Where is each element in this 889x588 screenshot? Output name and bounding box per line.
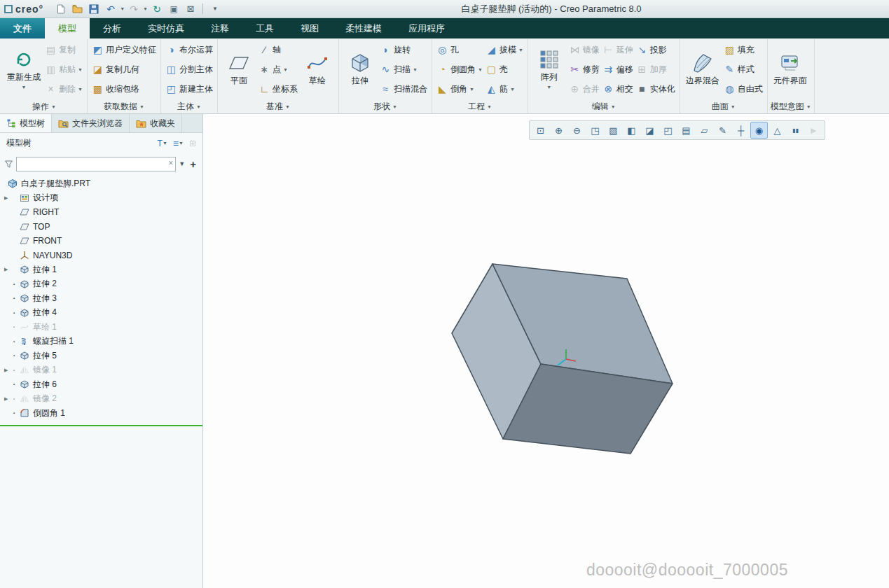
chevron-down-icon[interactable]: ▼ bbox=[163, 141, 167, 146]
solidify-button[interactable]: ■实体化 bbox=[635, 79, 677, 99]
tab-file[interactable]: 文件 bbox=[0, 18, 45, 38]
sketch-button[interactable]: 草绘 bbox=[299, 40, 336, 99]
close-window-button[interactable]: ⊠ bbox=[183, 2, 198, 16]
split-body-button[interactable]: ◫分割主体 bbox=[164, 59, 214, 79]
new-file-button[interactable] bbox=[53, 2, 68, 16]
display-style-button[interactable]: ◧ bbox=[623, 122, 640, 139]
extend-button[interactable]: ⊢延伸 bbox=[601, 40, 635, 59]
pause-button[interactable]: ▮▮ bbox=[787, 122, 804, 139]
chevron-down-icon[interactable]: ▼ bbox=[22, 85, 27, 90]
regenerate-button[interactable]: 重新生成▼ bbox=[4, 40, 43, 99]
step-button[interactable]: ▶ bbox=[805, 122, 822, 139]
spin-center-button[interactable]: ┼ bbox=[732, 122, 750, 139]
tab-flexible-modeling[interactable]: 柔性建模 bbox=[332, 18, 395, 38]
revolve-button[interactable]: ◗旋转 bbox=[378, 40, 429, 59]
tree-item[interactable]: ▪拉伸 4 bbox=[0, 306, 202, 321]
udf-button[interactable]: ◩用户定义特征 bbox=[90, 40, 158, 59]
pattern-button[interactable]: 阵列▼ bbox=[531, 40, 567, 99]
group-operations-footer[interactable]: 操作▼ bbox=[4, 100, 84, 113]
tree-item[interactable]: ▪倒圆角 1 bbox=[0, 406, 202, 421]
refit-button[interactable]: ◳ bbox=[586, 122, 604, 139]
project-button[interactable]: ↘投影 bbox=[635, 40, 677, 59]
group-shapes-footer[interactable]: 形状▼ bbox=[342, 100, 429, 113]
regenerate-quick-button[interactable]: ↻ bbox=[149, 2, 165, 16]
group-datum-footer[interactable]: 基准▼ bbox=[221, 100, 336, 113]
shrinkwrap-button[interactable]: ▩收缩包络 bbox=[90, 79, 158, 99]
navigator-tab-folder-browser[interactable]: 文件夹浏览器 bbox=[52, 114, 130, 132]
mirror-button[interactable]: ⋈镜像 bbox=[567, 40, 601, 59]
component-interface-button[interactable]: 元件界面 bbox=[771, 40, 810, 99]
round-button[interactable]: ◔倒圆角▼ bbox=[435, 59, 484, 79]
boolean-operations-button[interactable]: ◑布尔运算 bbox=[164, 40, 214, 59]
tree-item[interactable]: ▪螺旋扫描 1 bbox=[0, 335, 202, 349]
tree-item[interactable]: FRONT bbox=[0, 234, 202, 248]
group-model-intent-footer[interactable]: 模型意图▼ bbox=[771, 100, 811, 113]
zoom-in-button[interactable]: ⊕ bbox=[550, 122, 567, 139]
offset-button[interactable]: ⇉偏移 bbox=[601, 59, 635, 79]
navigator-tab-favorites[interactable]: 收藏夹 bbox=[130, 114, 182, 132]
chevron-down-icon[interactable]: ▼ bbox=[518, 48, 523, 52]
tree-item[interactable]: ▶▪镜像 1 bbox=[0, 363, 202, 378]
tab-model[interactable]: 模型 bbox=[45, 18, 90, 38]
tab-tools[interactable]: 工具 bbox=[242, 18, 287, 38]
tree-item[interactable]: ▪草绘 1 bbox=[0, 320, 202, 335]
tree-columns-button[interactable]: ⊞ bbox=[189, 138, 196, 149]
draft-button[interactable]: ◢拔模▼ bbox=[484, 40, 525, 59]
redo-button[interactable]: ↷ bbox=[126, 2, 142, 16]
paste-button[interactable]: ▥粘贴▼ bbox=[43, 59, 84, 79]
tab-view[interactable]: 视图 bbox=[287, 18, 332, 38]
point-button[interactable]: ∗点▼ bbox=[257, 59, 299, 79]
trim-button[interactable]: ✂修剪 bbox=[567, 59, 601, 79]
tree-item[interactable]: TOP bbox=[0, 220, 202, 234]
chamfer-button[interactable]: ◣倒角▼ bbox=[435, 79, 484, 99]
style-button[interactable]: ✎样式 bbox=[722, 59, 764, 79]
chevron-down-icon[interactable]: ▼ bbox=[120, 6, 125, 11]
chevron-down-icon[interactable]: ▼ bbox=[179, 141, 184, 146]
copy-button[interactable]: ▤复制 bbox=[43, 40, 84, 59]
zoom-region-button[interactable]: ⊡ bbox=[532, 122, 549, 139]
tree-filters-button[interactable]: T▼ bbox=[158, 138, 167, 149]
clear-filter-icon[interactable]: × bbox=[168, 158, 173, 168]
group-engineering-footer[interactable]: 工程▼ bbox=[435, 100, 525, 113]
view-manager-button[interactable]: ▤ bbox=[677, 122, 695, 139]
merge-button[interactable]: ⊕合并 bbox=[567, 79, 601, 99]
open-button[interactable] bbox=[69, 2, 85, 16]
chevron-down-icon[interactable]: ▼ bbox=[413, 67, 418, 72]
chevron-down-icon[interactable]: ▼ bbox=[469, 87, 474, 92]
chevron-down-icon[interactable]: ▼ bbox=[143, 6, 148, 11]
swept-blend-button[interactable]: ≈扫描混合 bbox=[378, 79, 429, 99]
chevron-down-icon[interactable]: ▼ bbox=[546, 85, 551, 90]
tab-live-simulation[interactable]: 实时仿真 bbox=[135, 18, 198, 38]
group-body-footer[interactable]: 主体▼ bbox=[164, 100, 214, 113]
chevron-down-icon[interactable]: ▼ bbox=[283, 67, 288, 72]
save-button[interactable] bbox=[86, 2, 102, 16]
intersect-button[interactable]: ⊗相交 bbox=[601, 79, 635, 99]
tab-analysis[interactable]: 分析 bbox=[90, 18, 135, 38]
sweep-button[interactable]: ∿扫描▼ bbox=[378, 59, 429, 79]
tab-applications[interactable]: 应用程序 bbox=[395, 18, 458, 38]
shell-button[interactable]: ▢壳 bbox=[484, 59, 525, 79]
chevron-down-icon[interactable]: ▼ bbox=[510, 87, 515, 92]
chevron-down-icon[interactable]: ▼ bbox=[478, 67, 483, 72]
windows-button[interactable]: ▣ bbox=[166, 2, 181, 16]
tree-item[interactable]: ▶▪镜像 2 bbox=[0, 392, 202, 407]
thicken-button[interactable]: ⊞加厚 bbox=[635, 59, 677, 79]
tree-item[interactable]: ▶拉伸 1 bbox=[0, 262, 202, 277]
repaint-button[interactable]: ▧ bbox=[605, 122, 622, 139]
copy-geometry-button[interactable]: ◪复制几何 bbox=[90, 59, 158, 79]
section-button[interactable]: ◪ bbox=[641, 122, 659, 139]
model-geometry[interactable] bbox=[203, 114, 889, 588]
datum-display-button[interactable]: ▱ bbox=[696, 122, 713, 139]
new-body-button[interactable]: ◰新建主体 bbox=[164, 79, 214, 99]
filter-dropdown-icon[interactable]: ▼ bbox=[179, 160, 185, 167]
extrude-button[interactable]: 拉伸 bbox=[342, 40, 378, 99]
csys-button[interactable]: ∟坐标系 bbox=[257, 79, 299, 99]
axis-button[interactable]: ∕轴 bbox=[257, 40, 299, 59]
delete-button[interactable]: ×删除▼ bbox=[43, 79, 84, 99]
expand-arrow-icon[interactable]: ▶ bbox=[4, 267, 13, 272]
freestyle-button[interactable]: ◍自由式 bbox=[722, 79, 764, 99]
tree-item[interactable]: ▶设计项 bbox=[0, 191, 202, 206]
annotation-display-button[interactable]: ✎ bbox=[714, 122, 731, 139]
group-editing-footer[interactable]: 编辑▼ bbox=[531, 100, 677, 113]
tree-item[interactable]: NAYUN3D bbox=[0, 248, 202, 263]
